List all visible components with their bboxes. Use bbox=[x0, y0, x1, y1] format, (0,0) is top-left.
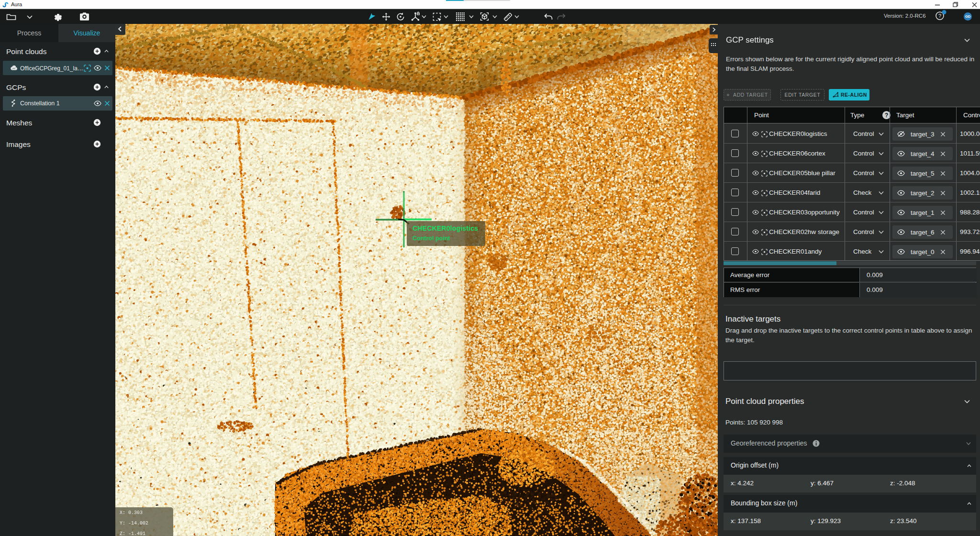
svg-text:?: ? bbox=[885, 112, 888, 119]
svg-text:?: ? bbox=[938, 13, 941, 19]
